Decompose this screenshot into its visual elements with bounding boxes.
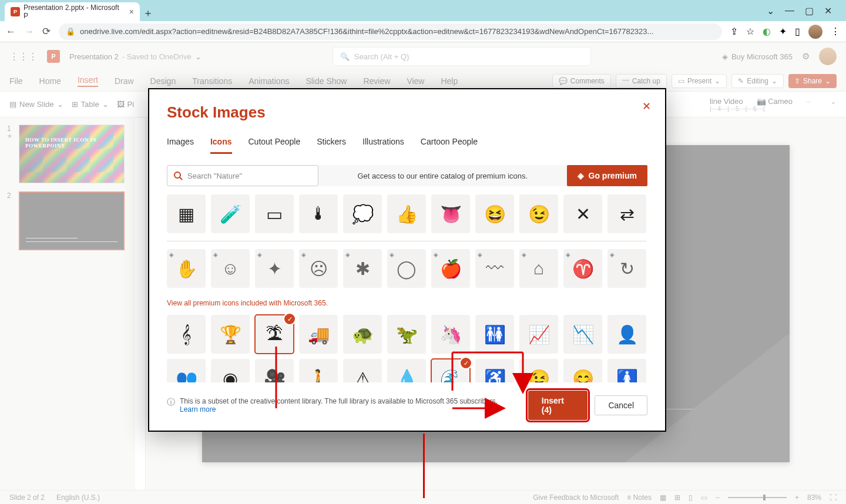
close-window-icon[interactable]: ✕ xyxy=(824,5,832,16)
angry-face-icon-tile[interactable]: ☹ xyxy=(299,249,338,288)
view-premium-link[interactable]: View all premium icons included with Mic… xyxy=(167,299,646,307)
browser-tab[interactable]: P Presentation 2.pptx - Microsoft P × xyxy=(5,2,140,21)
user-icon-tile[interactable]: 👤 xyxy=(607,315,646,354)
unicorn-icon-tile[interactable]: 🦄 xyxy=(431,315,470,354)
truck-icon-tile[interactable]: 🚚 xyxy=(299,315,338,354)
transfer-icon-tile[interactable]: ⇄ xyxy=(607,194,646,233)
browser-tab-strip: P Presentation 2.pptx - Microsoft P × ＋ … xyxy=(0,0,846,21)
cancel-button[interactable]: Cancel xyxy=(595,395,647,415)
angel-smile-icon-tile[interactable]: ☺ xyxy=(211,249,250,288)
wave-icon-tile[interactable]: 🌊 xyxy=(431,359,470,382)
thought-icon-tile[interactable]: 💭 xyxy=(343,194,382,233)
puzzle-icon[interactable]: ✦ xyxy=(779,26,787,37)
compress-icon-tile[interactable]: ✦ xyxy=(255,249,294,288)
laugh-squint-icon-tile[interactable]: 😆 xyxy=(475,194,514,233)
trex-icon-tile[interactable]: 🦖 xyxy=(387,315,426,354)
maximize-icon[interactable]: ▢ xyxy=(805,5,814,16)
url-text: onedrive.live.com/edit.aspx?action=editn… xyxy=(80,27,653,36)
window-controls: ⌄ — ▢ ✕ xyxy=(757,0,841,21)
tab-title: Presentation 2.pptx - Microsoft P xyxy=(24,4,126,20)
tab-icons[interactable]: Icons xyxy=(210,137,232,154)
line-chart-icon-tile[interactable]: 📈 xyxy=(519,315,558,354)
premium-banner: Get access to our entire catalog of prem… xyxy=(318,165,567,186)
tab-close-icon[interactable]: × xyxy=(129,7,134,16)
back-icon[interactable]: ← xyxy=(6,26,16,38)
chart-down-icon-tile[interactable]: 📉 xyxy=(563,315,602,354)
restroom-icon-tile[interactable]: 🚻 xyxy=(475,315,514,354)
treble-clef-icon-tile[interactable]: 𝄞 xyxy=(167,315,206,354)
panel-icon[interactable]: ▯ xyxy=(795,26,800,37)
turtle-icon-tile[interactable]: 🐢 xyxy=(343,315,382,354)
share-url-icon[interactable]: ⇪ xyxy=(730,26,738,37)
forward-icon: → xyxy=(24,26,34,38)
svg-point-0 xyxy=(174,172,180,178)
apple-icon-tile[interactable]: 🍎 xyxy=(431,249,470,288)
tab-cutout-people[interactable]: Cutout People xyxy=(249,137,301,154)
tab-cartoon-people[interactable]: Cartoon People xyxy=(421,137,478,154)
minimize-icon[interactable]: — xyxy=(785,5,794,16)
test-tubes-icon-tile[interactable]: 🧪 xyxy=(211,194,250,233)
water-drop-icon-tile[interactable]: 💧 xyxy=(387,359,426,382)
tab-stickers[interactable]: Stickers xyxy=(317,137,346,154)
footer-info: ⓘ This is a subset of the creative conte… xyxy=(167,397,514,414)
trophy-icon-tile[interactable]: 🏆 xyxy=(211,315,250,354)
new-tab-button[interactable]: ＋ xyxy=(140,5,156,21)
wink-icon-tile[interactable]: 😉 xyxy=(519,359,558,382)
tropical-icon-tile[interactable]: 🏝 xyxy=(255,315,294,354)
diamond-icon: ◈ xyxy=(578,171,584,180)
cycle-icon-tile[interactable]: ↻ xyxy=(607,249,646,288)
extension-icon[interactable]: ◐ xyxy=(763,26,771,37)
profile-avatar[interactable] xyxy=(808,25,822,39)
aries-icon-tile[interactable]: ♈ xyxy=(563,249,602,288)
lock-icon: 🔒 xyxy=(66,27,75,36)
house-analytics-icon-tile[interactable]: ⌂ xyxy=(519,249,558,288)
warning-icon-tile[interactable]: ⚠ xyxy=(343,359,382,382)
info-icon: ⓘ xyxy=(167,397,175,408)
icon-grid: ▦🧪▭🌡💭👍👅😆😉✕⇄✋☺✦☹✱◯🍎〰⌂♈↻View all premium i… xyxy=(167,194,647,382)
users-icon-tile[interactable]: 👥 xyxy=(167,359,206,382)
wink-face-icon-tile[interactable]: 😊 xyxy=(563,359,602,382)
address-bar: ← → ⟳ 🔒 onedrive.live.com/edit.aspx?acti… xyxy=(0,21,846,42)
presentation-icon-tile[interactable]: ▦ xyxy=(167,194,206,233)
wave-chart-icon-tile[interactable]: 〰 xyxy=(475,249,514,288)
dialog-close-button[interactable]: ✕ xyxy=(642,100,651,113)
kebab-menu-icon[interactable]: ⋮ xyxy=(831,26,840,37)
dialog-tabs: Images Icons Cutout People Stickers Illu… xyxy=(167,137,647,154)
thumbs-up-icon-tile[interactable]: 👍 xyxy=(387,194,426,233)
star-icon[interactable]: ☆ xyxy=(746,26,754,37)
search-icon xyxy=(173,171,183,180)
chevron-down-icon[interactable]: ⌄ xyxy=(767,5,774,16)
fish-hand-icon-tile[interactable]: ✋ xyxy=(167,249,206,288)
wheelchair-icon-tile[interactable]: ♿ xyxy=(475,359,514,382)
woman-icon-tile[interactable]: 🚺 xyxy=(607,359,646,382)
insert-button[interactable]: Insert (4) xyxy=(528,391,588,420)
stock-images-dialog: Stock Images ✕ Images Icons Cutout Peopl… xyxy=(148,88,666,432)
powerpoint-favicon: P xyxy=(11,7,20,16)
go-premium-button[interactable]: ◈ Go premium xyxy=(567,165,647,186)
theater-icon-tile[interactable]: ▭ xyxy=(255,194,294,233)
tongue-icon-tile[interactable]: 👅 xyxy=(431,194,470,233)
walking-icon-tile[interactable]: 🚶 xyxy=(299,359,338,382)
video-camera-icon-tile[interactable]: 🎥 xyxy=(255,359,294,382)
tab-illustrations[interactable]: Illustrations xyxy=(362,137,404,154)
url-field[interactable]: 🔒 onedrive.live.com/edit.aspx?action=edi… xyxy=(59,23,722,40)
mosquito-icon-tile[interactable]: ✱ xyxy=(343,249,382,288)
thermometer-icon-tile[interactable]: 🌡 xyxy=(299,194,338,233)
svg-line-1 xyxy=(180,177,182,180)
tools-icon-tile[interactable]: ✕ xyxy=(563,194,602,233)
reload-icon[interactable]: ⟳ xyxy=(42,25,51,38)
tab-images[interactable]: Images xyxy=(167,137,194,154)
venn-icon-tile[interactable]: ◉ xyxy=(211,359,250,382)
learn-more-link[interactable]: Learn more xyxy=(180,405,216,414)
aperture-icon-tile[interactable]: ◯ xyxy=(387,249,426,288)
laugh-wink-icon-tile[interactable]: 😉 xyxy=(519,194,558,233)
icon-search-input[interactable]: Search "Nature" xyxy=(167,165,318,186)
dialog-title: Stock Images xyxy=(167,103,647,122)
